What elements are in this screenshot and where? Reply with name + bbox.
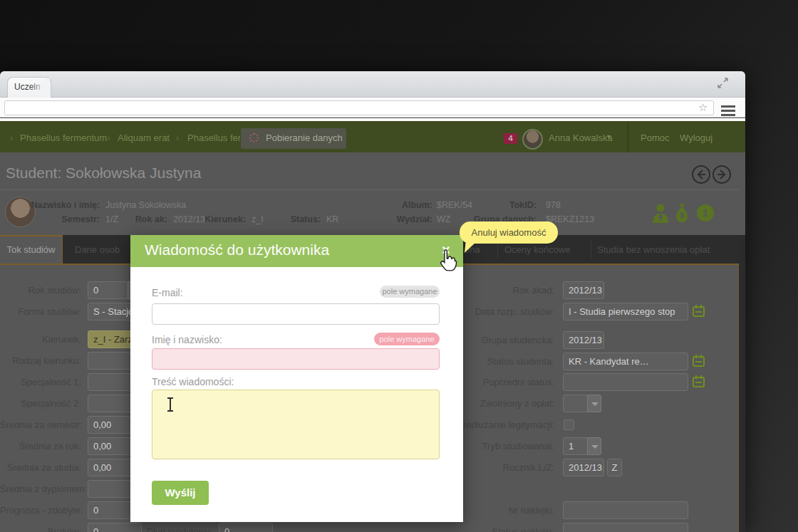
info-label: Rok ak:: [107, 214, 167, 224]
money-bag-icon[interactable]: $: [673, 203, 691, 223]
field-label: Średnia za studia:: [0, 459, 81, 476]
logout-link[interactable]: Wyloguj: [680, 132, 712, 143]
calendar-icon[interactable]: [693, 375, 705, 388]
info-value: WZ: [437, 214, 450, 224]
next-student-button[interactable]: [712, 165, 731, 184]
breadcrumb-item-1[interactable]: Phasellus fermentum: [20, 132, 107, 143]
breadcrumb-separator: ›: [107, 132, 110, 143]
tab-studia-bez-oplat[interactable]: Studia bez wnoszenia opłat: [597, 244, 710, 255]
calendar-icon[interactable]: [693, 355, 705, 367]
info-value: KR: [326, 214, 338, 224]
info-label: Status:: [267, 214, 321, 224]
help-link[interactable]: Pomoc: [641, 132, 669, 143]
status-naklejki-input[interactable]: [563, 523, 688, 532]
name-label: Imię i nazwisko:: [152, 334, 222, 345]
calendar-icon[interactable]: [693, 305, 705, 318]
field-label: Kierunek:: [0, 330, 81, 348]
message-textarea[interactable]: [152, 390, 440, 459]
send-button[interactable]: Wyślij: [152, 481, 209, 505]
select-arrow-icon[interactable]: [587, 395, 601, 412]
rok-akad-input[interactable]: 2012/13: [563, 281, 604, 299]
przedluzanie-legitymacji-checkbox[interactable]: [564, 419, 574, 430]
arrow-left-icon: [693, 167, 709, 182]
loading-data-label: Pobieranie danych: [266, 132, 343, 143]
modal-title: Wiadomość do użytkownika: [145, 241, 329, 259]
info-value: 978: [546, 200, 561, 210]
person-icon[interactable]: [652, 204, 669, 223]
field-label: Specjalność 2:: [0, 395, 81, 412]
browser-window: Uczeln ☆ › Phasellus fermentum › Aliquam…: [0, 71, 745, 532]
zwolniony-z-oplat-select[interactable]: [563, 395, 588, 412]
browser-tab-strip: [0, 71, 745, 98]
nr-naklejki-input[interactable]: [563, 501, 688, 519]
svg-text:$: $: [680, 211, 684, 219]
loading-spinner-icon: [249, 133, 259, 142]
top-navbar: [0, 121, 745, 152]
field-label: Rodzaj kierunku:: [0, 352, 81, 370]
bookmark-star-icon[interactable]: ☆: [698, 101, 708, 114]
info-label: Nazwisko i imię:: [0, 200, 100, 210]
rocznik-suffix-box[interactable]: Z: [607, 459, 622, 476]
info-label: Wydział:: [370, 214, 432, 224]
info-label: Kierunek:: [185, 214, 246, 224]
rocznik-input[interactable]: 2012/13: [563, 459, 604, 476]
info-label: Album:: [356, 200, 432, 210]
text-cursor-icon: [170, 398, 171, 411]
tab-title-fade: [30, 78, 50, 96]
tryb-studiowania-select[interactable]: 1: [563, 437, 588, 455]
email-label: E-mail:: [152, 287, 183, 298]
breadcrumb-item-3[interactable]: Phasellus ferm: [187, 132, 240, 143]
counter-badge-one[interactable]: 1: [697, 204, 714, 221]
field-label: Średnia za semestr:: [0, 416, 81, 434]
field-label: Rok studiów:: [0, 281, 81, 299]
field-label: Specjalność 1:: [0, 373, 81, 391]
breadcrumb-separator: ›: [10, 132, 13, 143]
info-value: z_I: [252, 214, 264, 224]
browser-menu-icon[interactable]: [721, 103, 735, 118]
data-rozp-studiow-input[interactable]: I - Studia pierwszego stop: [563, 303, 688, 320]
field-label: Braków:: [0, 523, 81, 532]
user-menu[interactable]: Anna Kowalska: [549, 132, 613, 143]
email-required-badge: pole wymagane: [380, 286, 440, 298]
dlug-kredytowy-input[interactable]: 0: [219, 523, 273, 532]
loading-data-button[interactable]: Pobieranie danych: [241, 128, 346, 149]
window-expand-icon[interactable]: [717, 77, 729, 89]
tab-separator: [591, 240, 591, 259]
tab-tok-studiow[interactable]: Tok studiów: [0, 235, 63, 264]
user-avatar[interactable]: [522, 129, 543, 150]
message-label: Treść wiadomości:: [152, 376, 234, 387]
breadcrumb-item-2[interactable]: Aliquam erat: [118, 132, 170, 143]
grupa-studencka-input[interactable]: 2012/13: [563, 331, 604, 349]
page-title: Student: Sokołowska Justyna: [6, 165, 201, 182]
tab-oceny-koncowe[interactable]: Oceny końcowe: [504, 244, 571, 255]
arrow-right-icon: [714, 167, 730, 182]
navbar-divider: [628, 121, 628, 152]
rok-studiow-select[interactable]: 0: [88, 281, 128, 299]
cancel-message-tooltip: Anuluj wiadomość: [460, 221, 558, 244]
caret-down-icon: ▾: [607, 132, 611, 140]
status-studenta-input[interactable]: KR - Kandydat re…: [563, 353, 688, 370]
name-input[interactable]: [152, 348, 440, 370]
student-info-bar: [0, 189, 739, 235]
info-label: Semestr:: [0, 214, 100, 224]
field-label: Prognoza - zdobyte:: [0, 501, 81, 519]
select-arrow-icon[interactable]: [587, 437, 601, 455]
breadcrumb-separator: ›: [176, 132, 179, 143]
tab-dane-osobowe[interactable]: Dane osob: [75, 244, 120, 255]
field-label: Średnia za rok:: [0, 437, 81, 455]
poprzedni-status-input[interactable]: [563, 373, 688, 391]
notification-badge[interactable]: 4: [504, 133, 517, 144]
info-value: Justyna Sokołowska: [105, 200, 186, 210]
field-label: Forma studiów:: [0, 303, 81, 320]
panel-right-edge: [739, 235, 745, 532]
tooltip-tail: [465, 239, 478, 254]
hand-cursor-icon: [439, 248, 459, 272]
field-label: Średnia z dyplomem:: [0, 480, 81, 498]
field-label: Status naklejki:: [420, 523, 554, 532]
previous-student-button[interactable]: [692, 165, 710, 184]
name-required-badge: pole wymagane: [374, 333, 440, 345]
email-input[interactable]: [152, 303, 440, 325]
tooltip-text: Anuluj wiadomość: [472, 227, 546, 238]
address-input[interactable]: [4, 100, 714, 115]
info-label: TokID:: [463, 200, 537, 210]
